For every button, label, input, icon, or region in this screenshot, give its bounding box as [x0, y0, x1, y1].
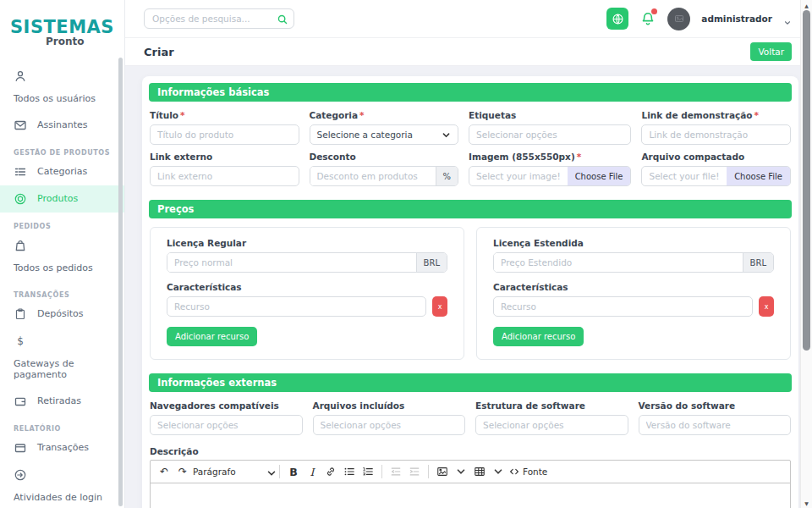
main-area: administrador Criar Voltar Informações b… — [125, 0, 812, 508]
numbered-list-icon[interactable] — [359, 463, 376, 480]
scrollbar-thumb[interactable] — [803, 10, 810, 351]
navegadores-input[interactable] — [150, 415, 303, 435]
sidebar-item-depositos[interactable]: Depósitos — [0, 301, 124, 328]
brand-subtitle: Pronto — [24, 36, 124, 47]
sidebar-item-gateways-de-pagamento[interactable]: $Gateways de pagamento — [0, 328, 124, 389]
avatar[interactable] — [667, 8, 690, 30]
form-card: Informações básicas Título* Categoria* S… — [142, 76, 798, 508]
remove-feature-button[interactable]: x — [759, 296, 774, 317]
search-icon[interactable] — [277, 13, 288, 25]
sidebar-item-todos-os-usuarios[interactable]: Todos os usuários — [0, 63, 124, 112]
field-label: Link de demonstração* — [641, 110, 791, 120]
features-label: Características — [493, 282, 774, 292]
imagem-file-input[interactable]: Select your image! Choose File — [469, 166, 631, 186]
bold-icon[interactable]: B — [285, 463, 302, 480]
orders-icon — [14, 239, 27, 252]
login-icon — [14, 468, 27, 482]
demo-link-input[interactable] — [641, 124, 791, 145]
feature-input[interactable] — [167, 296, 426, 317]
field-label: Etiquetas — [469, 110, 631, 120]
preco-estendido-input[interactable] — [494, 253, 743, 272]
toolbar-separator — [428, 465, 429, 478]
brand-logo[interactable]: SISTEMAS Pronto — [0, 0, 124, 47]
versao-input[interactable] — [639, 415, 792, 435]
arquivos-incluidos-input[interactable] — [313, 415, 466, 435]
content: Informações básicas Título* Categoria* S… — [125, 66, 812, 508]
sidebar-group-heading: PEDIDOS — [0, 213, 124, 232]
feature-input[interactable] — [493, 296, 753, 317]
categoria-selected-value: Selecione a categoria — [317, 130, 413, 140]
sidebar-item-produtos[interactable]: Produtos — [0, 185, 124, 213]
editor-body[interactable] — [151, 483, 790, 508]
chevron-down-icon[interactable] — [453, 468, 469, 476]
link-externo-input[interactable] — [150, 166, 299, 186]
deposits-icon — [14, 307, 27, 321]
page-title: Criar — [144, 46, 174, 58]
sidebar-item-retiradas[interactable]: Retiradas — [0, 388, 124, 415]
sidebar-group-heading: GESTÃO DE PRODUTOS — [0, 139, 124, 158]
sidebar-item-label: Todos os pedidos — [14, 262, 93, 274]
search-box — [144, 8, 294, 29]
remove-feature-button[interactable]: x — [432, 296, 447, 317]
etiquetas-input[interactable] — [469, 124, 631, 145]
price-card-regular: Licença Regular BRL Características x Ad… — [150, 227, 464, 360]
sidebar-item-label: Todos os usuários — [14, 93, 96, 105]
license-label: Licença Estendida — [493, 238, 774, 248]
arquivo-file-input[interactable]: Select your file! Choose File — [641, 166, 791, 186]
sidebar-group-heading: TRANSAÇÕES — [0, 281, 124, 301]
scroll-down-arrow[interactable]: ▼ — [801, 498, 812, 508]
source-button[interactable]: Fonte — [508, 463, 547, 480]
link-icon[interactable] — [322, 463, 339, 480]
categoria-select[interactable]: Selecione a categoria — [310, 124, 459, 145]
back-button[interactable]: Voltar — [750, 42, 792, 61]
add-feature-button[interactable]: Adicionar recurso — [493, 327, 584, 346]
svg-text:$: $ — [17, 335, 24, 347]
sidebar-item-transacoes[interactable]: Transações — [0, 434, 124, 461]
page-scrollbar[interactable]: ▲ ▼ — [800, 0, 812, 508]
sidebar-scrollbar[interactable] — [118, 58, 123, 506]
field-versao: Versão do software — [639, 400, 792, 435]
bulleted-list-icon[interactable] — [341, 463, 358, 480]
titulo-input[interactable] — [150, 124, 299, 145]
desconto-input[interactable] — [310, 167, 436, 185]
sidebar-item-atividades-de-login[interactable]: Atividades de login — [0, 461, 124, 508]
field-desconto: Desconto % — [310, 152, 459, 186]
field-etiquetas: Etiquetas — [469, 110, 631, 145]
sidebar-item-label: Categorias — [37, 166, 87, 178]
editor-toolbar: ↶ ↷ Parágrafo B I — [151, 461, 790, 483]
scroll-up-arrow[interactable]: ▲ — [801, 0, 812, 10]
field-label: Categoria* — [310, 110, 459, 120]
notifications-button[interactable] — [639, 10, 656, 27]
indent-icon — [406, 463, 423, 480]
sidebar-item-categorias[interactable]: Categorias — [0, 158, 124, 185]
redo-icon[interactable]: ↷ — [174, 463, 191, 480]
undo-icon[interactable]: ↶ — [156, 463, 173, 480]
chevron-down-icon[interactable] — [783, 14, 792, 23]
license-label: Licença Regular — [167, 238, 447, 248]
toolbar-separator — [381, 465, 382, 478]
language-button[interactable] — [606, 8, 628, 30]
paragraph-dropdown[interactable]: Parágrafo — [193, 463, 274, 480]
brand-title: SISTEMAS — [0, 17, 124, 37]
italic-icon[interactable]: I — [304, 463, 321, 480]
field-label: Estrutura de software — [475, 400, 628, 411]
sidebar-item-todos-os-pedidos[interactable]: Todos os pedidos — [0, 232, 124, 281]
title-bar: Criar Voltar — [125, 38, 812, 66]
chevron-down-icon[interactable] — [490, 468, 507, 476]
preco-regular-input[interactable] — [167, 253, 416, 272]
username[interactable]: administrador — [701, 14, 772, 24]
add-feature-button[interactable]: Adicionar recurso — [167, 327, 257, 346]
estrutura-input[interactable] — [475, 415, 628, 435]
field-label: Arquivo compactado — [641, 152, 791, 162]
outdent-icon — [387, 463, 404, 480]
sidebar-item-assinantes[interactable]: Assinantes — [0, 112, 124, 139]
search-input[interactable] — [144, 8, 294, 29]
insert-image-icon[interactable] — [434, 463, 451, 480]
topbar: administrador — [125, 0, 812, 38]
choose-file-button[interactable]: Choose File — [727, 167, 790, 185]
app-root: SISTEMAS Pronto Todos os usuáriosAssinan… — [0, 0, 812, 508]
features-label: Características — [167, 282, 447, 292]
field-imagem: Imagem (855x550px)* Select your image! C… — [469, 152, 631, 186]
choose-file-button[interactable]: Choose File — [568, 167, 631, 185]
insert-table-icon[interactable] — [471, 463, 488, 480]
